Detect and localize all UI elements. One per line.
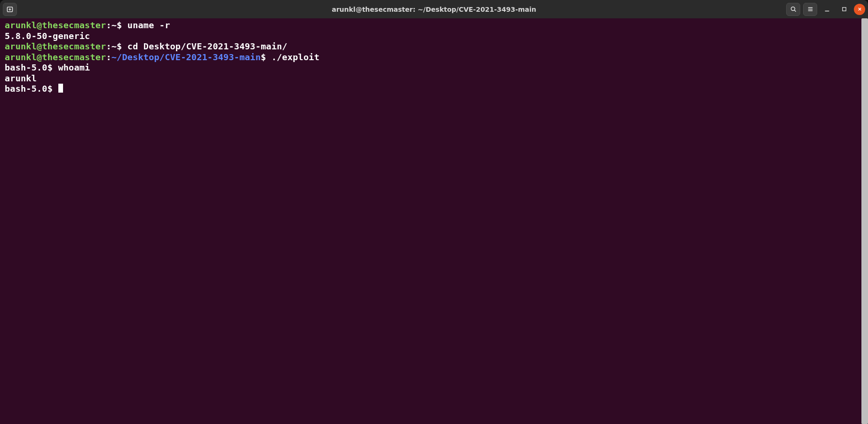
prompt-dollar: $ [117, 20, 122, 30]
terminal-line: bash-5.0$ whoami [5, 63, 857, 73]
maximize-button[interactable] [837, 3, 851, 16]
terminal-window: arunkl@thesecmaster: ~/Desktop/CVE-2021-… [0, 0, 868, 424]
prompt-path: ~/Desktop/CVE-2021-3493-main [111, 52, 261, 62]
titlebar: arunkl@thesecmaster: ~/Desktop/CVE-2021-… [0, 0, 868, 18]
prompt-dollar: $ [261, 52, 266, 62]
close-icon [857, 7, 862, 12]
prompt-colon: : [106, 41, 111, 51]
cursor [58, 84, 63, 93]
command-text: cd Desktop/CVE-2021-3493-main/ [127, 41, 287, 51]
scrollbar-track[interactable] [861, 18, 868, 424]
prompt-dollar: $ [117, 41, 122, 51]
minimize-button[interactable] [820, 3, 834, 16]
prompt-user-host: arunkl@thesecmaster [5, 20, 106, 30]
terminal-body-wrap: arunkl@thesecmaster:~$ uname -r5.8.0-50-… [0, 18, 868, 424]
output-text: 5.8.0-50-generic [5, 31, 90, 41]
new-tab-icon [6, 6, 14, 13]
command-text: uname -r [127, 20, 170, 30]
maximize-icon [841, 6, 847, 12]
output-text: arunkl [5, 73, 37, 83]
scrollbar-thumb[interactable] [861, 18, 868, 424]
prompt-user-host: arunkl@thesecmaster [5, 41, 106, 51]
svg-rect-9 [842, 8, 845, 11]
prompt-path: ~ [111, 20, 117, 30]
terminal-line: arunkl@thesecmaster:~/Desktop/CVE-2021-3… [5, 52, 857, 63]
terminal-line: arunkl@thesecmaster:~$ cd Desktop/CVE-20… [5, 41, 857, 52]
command-text: whoami [58, 63, 90, 72]
titlebar-left-group [3, 3, 17, 16]
prompt-user-host: arunkl@thesecmaster [5, 52, 106, 62]
search-icon [790, 6, 797, 13]
prompt-colon: : [106, 52, 111, 62]
prompt-path: ~ [111, 41, 117, 51]
terminal-line: bash-5.0$ [5, 84, 857, 94]
window-title: arunkl@thesecmaster: ~/Desktop/CVE-2021-… [332, 6, 536, 13]
terminal-line: arunkl@thesecmaster:~$ uname -r [5, 20, 857, 31]
titlebar-right-group [786, 3, 865, 16]
terminal-line: arunkl [5, 73, 857, 84]
hamburger-icon [807, 6, 814, 13]
svg-line-4 [794, 10, 796, 12]
prompt-colon: : [106, 20, 111, 30]
terminal-viewport[interactable]: arunkl@thesecmaster:~$ uname -r5.8.0-50-… [0, 18, 861, 424]
close-button[interactable] [854, 4, 865, 15]
search-button[interactable] [786, 3, 800, 16]
new-tab-button[interactable] [3, 3, 17, 16]
minimize-icon [824, 6, 830, 13]
command-text: ./exploit [271, 52, 319, 62]
terminal-line: 5.8.0-50-generic [5, 31, 857, 42]
bash-prompt: bash-5.0$ [5, 84, 53, 94]
svg-point-3 [791, 7, 795, 11]
bash-prompt: bash-5.0$ [5, 63, 53, 72]
menu-button[interactable] [803, 3, 817, 16]
